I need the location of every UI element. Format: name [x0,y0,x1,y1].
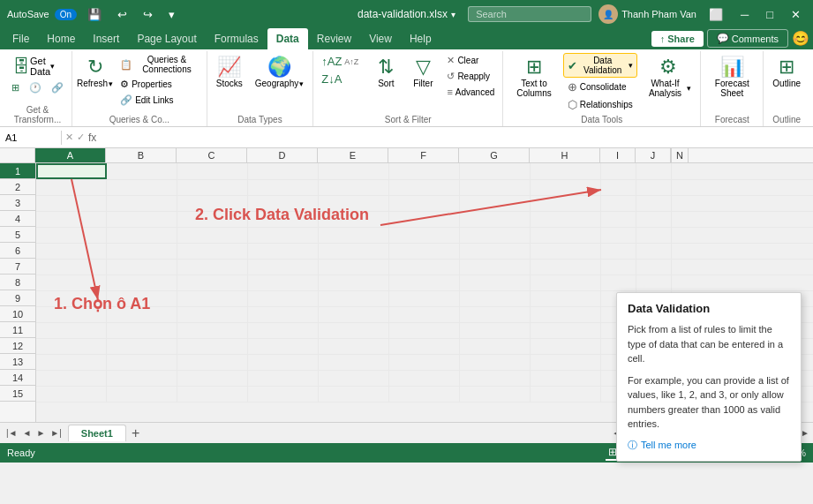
row-header-13[interactable]: 13 [0,354,35,370]
row-header-12[interactable]: 12 [0,338,35,354]
sort-button[interactable]: ⇅ Sort [368,53,403,91]
autosave-toggle[interactable]: On [55,9,77,20]
col-header-d[interactable]: D [247,148,318,162]
dv-dropdown[interactable]: ▾ [629,61,633,70]
first-sheet-button[interactable]: |◄ [4,426,20,440]
outline-button[interactable]: ⊞ Outline [767,53,806,91]
cell-a11[interactable] [36,323,107,339]
cell-b15[interactable] [107,387,177,402]
cell-f7[interactable] [389,260,460,275]
row-header-10[interactable]: 10 [0,306,35,322]
tab-review[interactable]: Review [308,28,360,49]
name-box[interactable]: A1 [0,131,62,145]
cell-g14[interactable] [460,371,531,387]
cell-i3[interactable] [601,196,636,212]
cell-g12[interactable] [460,339,531,355]
scroll-right-button[interactable]: ► [801,428,809,438]
cell-e3[interactable] [319,196,389,212]
cell-d15[interactable] [248,387,319,402]
cell-f1[interactable] [389,163,460,179]
cell-e13[interactable] [319,355,389,371]
cell-i2[interactable] [601,180,636,196]
cell-i1[interactable] [601,163,636,179]
cell-a5[interactable] [36,228,107,244]
cell-b1[interactable] [107,163,177,179]
tooltip-link[interactable]: ⓘ Tell me more [628,439,790,452]
cell-a10[interactable] [36,307,107,323]
cell-f11[interactable] [389,323,460,339]
cell-d5[interactable] [248,228,319,244]
row-header-5[interactable]: 5 [0,227,35,243]
cell-g15[interactable] [460,387,531,402]
customize-button[interactable]: ▾ [163,6,180,23]
col-header-n[interactable]: N [671,148,689,162]
cell-g1[interactable] [460,163,531,179]
cell-f3[interactable] [389,196,460,212]
geography-dropdown[interactable]: ▾ [299,79,304,88]
cell-c8[interactable] [177,275,248,291]
cell-g5[interactable] [460,228,531,244]
sort-az-button[interactable]: ↑AZ A↑Z [317,53,363,70]
cell-c14[interactable] [177,371,248,387]
cell-h15[interactable] [531,387,601,402]
tab-help[interactable]: Help [401,28,440,49]
cell-d12[interactable] [248,339,319,355]
cell-g9[interactable] [460,291,531,307]
dropdown-icon[interactable]: ▾ [451,10,455,19]
cell-h6[interactable] [531,244,601,260]
confirm-formula-icon[interactable]: ✓ [77,132,85,143]
cell-i7[interactable] [601,260,636,275]
existing-connections-button[interactable]: 🔗 [47,80,68,95]
minimize-button[interactable]: ─ [735,6,754,23]
cell-j3[interactable] [636,196,672,212]
emoji-button[interactable]: 😊 [792,30,809,47]
clear-button[interactable]: ✕ Clear [442,53,499,68]
cell-e5[interactable] [319,228,389,244]
cell-j6[interactable] [636,244,672,260]
cell-a9[interactable] [36,291,107,307]
tab-data[interactable]: Data [267,28,308,49]
cell-d9[interactable] [248,291,319,307]
cell-f4[interactable] [389,212,460,228]
cell-f12[interactable] [389,339,460,355]
forecast-sheet-button[interactable]: 📊 Forecast Sheet [704,53,759,101]
cell-b5[interactable] [107,228,177,244]
cell-h2[interactable] [531,180,601,196]
what-if-dropdown[interactable]: ▾ [687,84,691,93]
restore-button[interactable]: □ [761,6,779,23]
cell-a2[interactable] [36,180,107,196]
properties-button[interactable]: ⚙ Properties [116,77,203,92]
ribbon-display-button[interactable]: ⬜ [704,6,728,23]
cell-e1[interactable] [319,163,389,179]
cell-g11[interactable] [460,323,531,339]
cell-f10[interactable] [389,307,460,323]
cell-g10[interactable] [460,307,531,323]
cell-c12[interactable] [177,339,248,355]
close-button[interactable]: ✕ [786,6,806,23]
cell-b3[interactable] [107,196,177,212]
row-header-1[interactable]: 1 [0,163,35,179]
tab-formulas[interactable]: Formulas [206,28,267,49]
tab-home[interactable]: Home [38,28,84,49]
cell-b13[interactable] [107,355,177,371]
data-validation-button[interactable]: ✔ Data Validation ▾ [563,53,637,78]
relationships-button[interactable]: ⬡ Relationships [563,96,637,113]
edit-links-button[interactable]: 🔗 Edit Links [116,93,203,108]
cell-h4[interactable] [531,212,601,228]
add-sheet-button[interactable]: + [126,425,145,441]
cell-b11[interactable] [107,323,177,339]
row-header-6[interactable]: 6 [0,243,35,259]
cell-f13[interactable] [389,355,460,371]
cell-c1[interactable] [177,163,248,179]
cell-c11[interactable] [177,323,248,339]
queries-connections-button[interactable]: 📋 Queries & Connections [116,53,203,76]
geography-button[interactable]: 🌍 Geography ▾ [250,53,309,91]
cell-e8[interactable] [319,275,389,291]
cell-h1[interactable] [531,163,601,179]
comments-button[interactable]: 💬 Comments [707,29,788,48]
cell-d6[interactable] [248,244,319,260]
cell-b14[interactable] [107,371,177,387]
recent-sources-button[interactable]: 🕐 [25,80,46,95]
col-header-a[interactable]: A [35,148,106,162]
cell-b4[interactable] [107,212,177,228]
